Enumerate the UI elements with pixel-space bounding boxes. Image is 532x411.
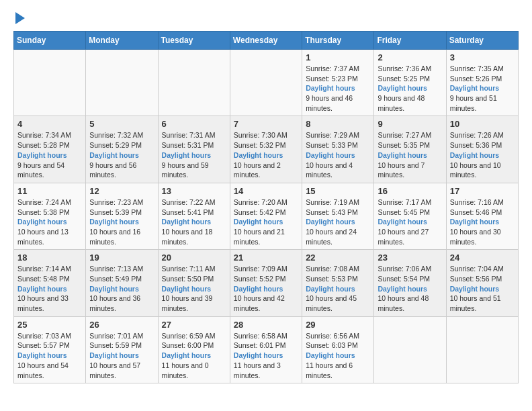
calendar-cell <box>230 50 302 116</box>
day-number: 27 <box>162 320 226 330</box>
day-detail: Sunrise: 7:26 AMSunset: 5:36 PMDaylight … <box>450 130 515 179</box>
day-number: 29 <box>306 320 370 330</box>
day-header-wednesday: Wednesday <box>230 32 302 50</box>
day-header-thursday: Thursday <box>302 32 374 50</box>
calendar-week-row: 18Sunrise: 7:14 AMSunset: 5:48 PMDayligh… <box>14 250 519 316</box>
calendar-cell: 22Sunrise: 7:08 AMSunset: 5:53 PMDayligh… <box>302 250 374 316</box>
calendar-cell: 11Sunrise: 7:24 AMSunset: 5:38 PMDayligh… <box>14 183 86 249</box>
day-number: 25 <box>17 320 82 330</box>
calendar-cell <box>374 316 446 383</box>
day-number: 1 <box>306 52 370 62</box>
header <box>13 13 519 24</box>
calendar-table: SundayMondayTuesdayWednesdayThursdayFrid… <box>13 31 519 383</box>
day-number: 21 <box>234 253 298 263</box>
calendar-cell <box>86 50 158 116</box>
day-detail: Sunrise: 7:09 AMSunset: 5:52 PMDaylight … <box>234 264 298 313</box>
calendar-cell: 21Sunrise: 7:09 AMSunset: 5:52 PMDayligh… <box>230 250 302 316</box>
calendar-week-row: 11Sunrise: 7:24 AMSunset: 5:38 PMDayligh… <box>14 183 519 249</box>
day-detail: Sunrise: 7:37 AMSunset: 5:23 PMDaylight … <box>306 64 370 113</box>
day-number: 11 <box>17 186 82 196</box>
day-detail: Sunrise: 7:19 AMSunset: 5:43 PMDaylight … <box>306 197 370 246</box>
day-detail: Sunrise: 7:11 AMSunset: 5:50 PMDaylight … <box>162 264 226 313</box>
day-detail: Sunrise: 7:30 AMSunset: 5:32 PMDaylight … <box>234 130 298 179</box>
day-number: 10 <box>450 119 515 129</box>
day-detail: Sunrise: 7:16 AMSunset: 5:46 PMDaylight … <box>450 197 515 246</box>
calendar-cell: 15Sunrise: 7:19 AMSunset: 5:43 PMDayligh… <box>302 183 374 249</box>
day-header-friday: Friday <box>374 32 446 50</box>
day-detail: Sunrise: 7:22 AMSunset: 5:41 PMDaylight … <box>162 197 226 246</box>
calendar-cell: 2Sunrise: 7:36 AMSunset: 5:25 PMDaylight… <box>374 50 446 116</box>
day-number: 9 <box>378 119 442 129</box>
day-detail: Sunrise: 7:08 AMSunset: 5:53 PMDaylight … <box>306 264 370 313</box>
day-number: 14 <box>234 186 298 196</box>
day-number: 19 <box>89 253 154 263</box>
calendar-cell: 6Sunrise: 7:31 AMSunset: 5:31 PMDaylight… <box>158 116 230 183</box>
day-detail: Sunrise: 7:24 AMSunset: 5:38 PMDaylight … <box>17 197 82 246</box>
day-detail: Sunrise: 7:17 AMSunset: 5:45 PMDaylight … <box>378 197 442 246</box>
day-number: 16 <box>378 186 442 196</box>
day-detail: Sunrise: 6:56 AMSunset: 6:03 PMDaylight … <box>306 331 370 380</box>
calendar-week-row: 1Sunrise: 7:37 AMSunset: 5:23 PMDaylight… <box>14 50 519 116</box>
day-header-monday: Monday <box>86 32 158 50</box>
day-detail: Sunrise: 7:03 AMSunset: 5:57 PMDaylight … <box>17 331 82 380</box>
calendar-cell: 4Sunrise: 7:34 AMSunset: 5:28 PMDaylight… <box>14 116 86 183</box>
day-detail: Sunrise: 7:23 AMSunset: 5:39 PMDaylight … <box>89 197 154 246</box>
day-detail: Sunrise: 6:59 AMSunset: 6:00 PMDaylight … <box>162 331 226 380</box>
day-number: 22 <box>306 253 370 263</box>
day-detail: Sunrise: 6:58 AMSunset: 6:01 PMDaylight … <box>234 331 298 380</box>
calendar-cell: 5Sunrise: 7:32 AMSunset: 5:29 PMDaylight… <box>86 116 158 183</box>
logo-arrow-icon <box>15 12 25 24</box>
calendar-cell: 27Sunrise: 6:59 AMSunset: 6:00 PMDayligh… <box>158 316 230 383</box>
calendar-cell: 17Sunrise: 7:16 AMSunset: 5:46 PMDayligh… <box>446 183 518 249</box>
calendar-cell: 7Sunrise: 7:30 AMSunset: 5:32 PMDaylight… <box>230 116 302 183</box>
day-detail: Sunrise: 7:27 AMSunset: 5:35 PMDaylight … <box>378 130 442 179</box>
logo <box>13 13 25 24</box>
calendar-cell: 16Sunrise: 7:17 AMSunset: 5:45 PMDayligh… <box>374 183 446 249</box>
calendar-cell: 8Sunrise: 7:29 AMSunset: 5:33 PMDaylight… <box>302 116 374 183</box>
day-detail: Sunrise: 7:20 AMSunset: 5:42 PMDaylight … <box>234 197 298 246</box>
day-number: 13 <box>162 186 226 196</box>
calendar-cell: 19Sunrise: 7:13 AMSunset: 5:49 PMDayligh… <box>86 250 158 316</box>
day-number: 6 <box>162 119 226 129</box>
day-number: 26 <box>89 320 154 330</box>
day-header-saturday: Saturday <box>446 32 518 50</box>
day-number: 23 <box>378 253 442 263</box>
calendar-cell: 24Sunrise: 7:04 AMSunset: 5:56 PMDayligh… <box>446 250 518 316</box>
calendar-cell: 1Sunrise: 7:37 AMSunset: 5:23 PMDaylight… <box>302 50 374 116</box>
day-number: 4 <box>17 119 82 129</box>
calendar-week-row: 4Sunrise: 7:34 AMSunset: 5:28 PMDaylight… <box>14 116 519 183</box>
calendar-cell <box>158 50 230 116</box>
day-detail: Sunrise: 7:29 AMSunset: 5:33 PMDaylight … <box>306 130 370 179</box>
day-detail: Sunrise: 7:04 AMSunset: 5:56 PMDaylight … <box>450 264 515 313</box>
calendar-cell: 28Sunrise: 6:58 AMSunset: 6:01 PMDayligh… <box>230 316 302 383</box>
day-number: 15 <box>306 186 370 196</box>
day-detail: Sunrise: 7:32 AMSunset: 5:29 PMDaylight … <box>89 130 154 179</box>
day-detail: Sunrise: 7:13 AMSunset: 5:49 PMDaylight … <box>89 264 154 313</box>
calendar-cell: 10Sunrise: 7:26 AMSunset: 5:36 PMDayligh… <box>446 116 518 183</box>
day-number: 24 <box>450 253 515 263</box>
calendar-cell: 14Sunrise: 7:20 AMSunset: 5:42 PMDayligh… <box>230 183 302 249</box>
calendar-week-row: 25Sunrise: 7:03 AMSunset: 5:57 PMDayligh… <box>14 316 519 383</box>
day-number: 8 <box>306 119 370 129</box>
day-detail: Sunrise: 7:35 AMSunset: 5:26 PMDaylight … <box>450 64 515 113</box>
day-number: 28 <box>234 320 298 330</box>
day-number: 7 <box>234 119 298 129</box>
day-detail: Sunrise: 7:31 AMSunset: 5:31 PMDaylight … <box>162 130 226 179</box>
calendar-cell <box>446 316 518 383</box>
day-number: 3 <box>450 52 515 62</box>
calendar-header-row: SundayMondayTuesdayWednesdayThursdayFrid… <box>14 32 519 50</box>
calendar-cell: 25Sunrise: 7:03 AMSunset: 5:57 PMDayligh… <box>14 316 86 383</box>
day-header-tuesday: Tuesday <box>158 32 230 50</box>
calendar-cell: 12Sunrise: 7:23 AMSunset: 5:39 PMDayligh… <box>86 183 158 249</box>
day-detail: Sunrise: 7:34 AMSunset: 5:28 PMDaylight … <box>17 130 82 179</box>
day-number: 18 <box>17 253 82 263</box>
day-detail: Sunrise: 7:36 AMSunset: 5:25 PMDaylight … <box>378 64 442 113</box>
calendar-cell: 13Sunrise: 7:22 AMSunset: 5:41 PMDayligh… <box>158 183 230 249</box>
day-detail: Sunrise: 7:01 AMSunset: 5:59 PMDaylight … <box>89 331 154 380</box>
day-number: 5 <box>89 119 154 129</box>
day-detail: Sunrise: 7:14 AMSunset: 5:48 PMDaylight … <box>17 264 82 313</box>
day-number: 20 <box>162 253 226 263</box>
day-number: 2 <box>378 52 442 62</box>
calendar-cell: 18Sunrise: 7:14 AMSunset: 5:48 PMDayligh… <box>14 250 86 316</box>
calendar-cell: 26Sunrise: 7:01 AMSunset: 5:59 PMDayligh… <box>86 316 158 383</box>
